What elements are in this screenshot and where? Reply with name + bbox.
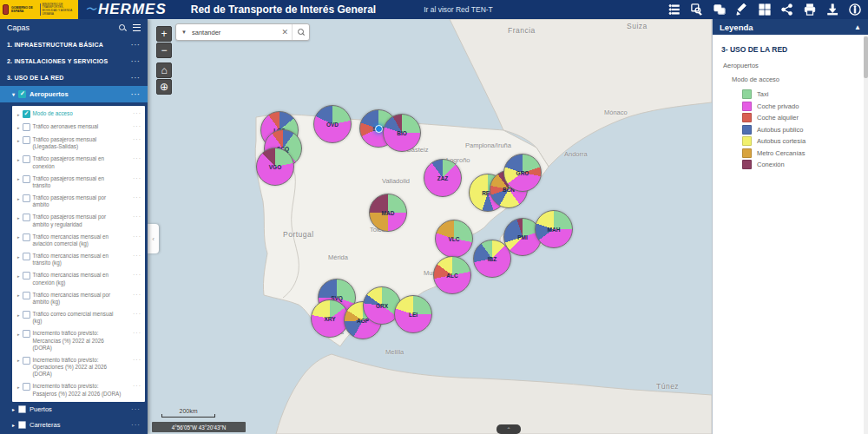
attribution-toggle[interactable]: ⌃	[496, 424, 521, 434]
basemaps-icon[interactable]	[758, 3, 771, 16]
layer-item[interactable]: ▸Tráfico pasajeros mensual por ámbito y …	[12, 211, 145, 230]
layer-item[interactable]: ▸Modo de acceso···	[12, 108, 145, 121]
layer-menu-icon[interactable]: ···	[133, 110, 141, 116]
layer-item[interactable]: ▸Tráfico mercancías mensual en conexión …	[12, 269, 145, 288]
group-checkbox[interactable]	[18, 405, 26, 413]
search-input[interactable]	[192, 29, 278, 36]
expand-arrow-icon[interactable]: ▸	[17, 176, 20, 181]
identify-icon[interactable]	[690, 3, 703, 16]
expand-arrow-icon[interactable]: ▸	[17, 254, 20, 260]
layer-menu-icon[interactable]: ···	[133, 214, 141, 220]
legend-scrollbar-thumb[interactable]	[864, 36, 868, 78]
pie-BIO[interactable]: BIO	[383, 114, 421, 152]
layer-item[interactable]: ▸Tráfico mercancías mensual en tránsito …	[12, 250, 145, 269]
layer-checkbox[interactable]	[23, 214, 30, 221]
layer-checkbox[interactable]	[23, 194, 30, 202]
layer-checkbox[interactable]	[23, 357, 30, 365]
layer-checkbox[interactable]	[23, 136, 30, 144]
layer-menu-icon[interactable]: ···	[133, 155, 141, 161]
layer-item[interactable]: ▸Incremento tráfico previsto: Operacione…	[12, 354, 145, 381]
pie-MAH[interactable]: MAH	[535, 210, 573, 248]
locate-button[interactable]: ⊕	[156, 79, 172, 95]
section-menu-icon[interactable]: ···	[131, 57, 141, 65]
gallery-icon[interactable]	[713, 3, 726, 16]
sidebar-section-1[interactable]: 1. INFRAESTRUCTURA BÁSICA···	[0, 36, 148, 53]
pie-GRO[interactable]: GRO	[503, 154, 542, 192]
group-menu-icon[interactable]: ···	[131, 405, 141, 413]
sidebar-group-puertos[interactable]: ▸Puertos···	[0, 402, 148, 418]
group-menu-icon[interactable]: ···	[131, 90, 141, 98]
layer-menu-icon[interactable]: ···	[133, 123, 141, 129]
layer-item[interactable]: ▸Tráfico mercancías mensual en aviación …	[12, 231, 145, 250]
layer-menu-icon[interactable]: ···	[133, 233, 141, 240]
share-icon[interactable]	[780, 3, 793, 16]
collapse-up-icon[interactable]: ▲	[854, 23, 861, 31]
layer-checkbox[interactable]	[23, 383, 30, 391]
layer-item[interactable]: ▸Tráfico pasajeros mensual por ámbito···	[12, 192, 145, 211]
pie-VGO[interactable]: VGO	[256, 148, 294, 186]
pie-MAD[interactable]: MAD	[369, 194, 407, 232]
layer-menu-icon[interactable]: ···	[133, 194, 141, 201]
caret-right-icon[interactable]: ▸	[12, 422, 15, 428]
layer-checkbox[interactable]	[23, 330, 30, 338]
layer-item[interactable]: ▸Tráfico pasajeros mensual en tránsito··…	[12, 173, 145, 192]
layer-item[interactable]: ▸Tráfico pasajeros mensual en conexión··…	[12, 153, 145, 172]
zoom-out-button[interactable]: −	[156, 43, 172, 58]
expand-arrow-icon[interactable]: ▸	[17, 332, 20, 337]
legend-header[interactable]: Leyenda ▲	[713, 19, 868, 35]
layer-item[interactable]: ▸Incremento tráfico previsto: Pasajeros …	[12, 380, 145, 399]
layer-checkbox[interactable]	[23, 272, 30, 279]
pie-OVD[interactable]: OVD	[313, 105, 352, 143]
layer-item[interactable]: ▸Tráfico pasajeros mensual (Llegadas-Sal…	[12, 134, 145, 153]
layer-menu-icon[interactable]: ···	[133, 383, 141, 389]
clear-search-icon[interactable]: ✕	[278, 28, 292, 36]
layer-checkbox[interactable]	[23, 292, 30, 299]
caret-right-icon[interactable]: ▸	[12, 406, 15, 412]
expand-arrow-icon[interactable]: ▸	[17, 312, 20, 318]
sidebar-group-aeropuertos[interactable]: ▾ Aeropuertos ···	[0, 86, 148, 102]
expand-arrow-icon[interactable]: ▸	[17, 157, 20, 162]
section-menu-icon[interactable]: ···	[131, 41, 141, 49]
expand-arrow-icon[interactable]: ▸	[17, 196, 20, 201]
layer-menu-icon[interactable]: ···	[133, 292, 141, 298]
search-source-dropdown[interactable]: ▼	[176, 30, 192, 35]
sidebar-section-3[interactable]: 3. USO DE LA RED···	[0, 69, 148, 86]
layer-menu-icon[interactable]: ···	[133, 357, 141, 363]
expand-arrow-icon[interactable]: ▸	[17, 112, 20, 117]
section-menu-icon[interactable]: ···	[131, 74, 141, 82]
layer-menu-icon[interactable]: ···	[133, 330, 141, 336]
layer-item[interactable]: ▸Tráfico correo comercial mensual (kg)··…	[12, 308, 145, 327]
print-icon[interactable]	[803, 3, 816, 16]
filter-icon[interactable]	[133, 24, 141, 31]
expand-arrow-icon[interactable]: ▸	[17, 125, 20, 130]
expand-arrow-icon[interactable]: ▸	[17, 234, 20, 240]
ten-t-viewer-link[interactable]: Ir al visor Red TEN-T	[424, 5, 493, 14]
layer-checkbox[interactable]	[23, 110, 30, 118]
layer-checkbox[interactable]	[23, 253, 30, 260]
search-submit-button[interactable]	[292, 24, 309, 40]
map-canvas[interactable]: FranciaSuizaMónacoAndorraPamplona/IruñaG…	[148, 19, 712, 434]
search-icon[interactable]	[119, 24, 126, 31]
sidebar-collapse-handle[interactable]: ‹	[148, 224, 159, 253]
caret-down-icon[interactable]: ▾	[12, 91, 15, 97]
sidebar-group-carreteras[interactable]: ▸Carreteras···	[0, 418, 148, 433]
sidebar-section-2[interactable]: 2. INSTALACIONES Y SERVICIOS···	[0, 53, 148, 69]
layer-menu-icon[interactable]: ···	[133, 311, 141, 317]
zoom-in-button[interactable]: +	[156, 26, 172, 42]
download-icon[interactable]	[825, 3, 838, 16]
group-checkbox[interactable]	[18, 421, 26, 429]
expand-arrow-icon[interactable]: ▸	[17, 358, 20, 363]
info-icon[interactable]	[848, 3, 861, 16]
layer-checkbox[interactable]	[23, 155, 30, 163]
toc-icon[interactable]	[667, 3, 681, 16]
layer-checkbox[interactable]	[23, 123, 30, 131]
pie-ALC[interactable]: ALC	[433, 256, 471, 294]
group-menu-icon[interactable]: ···	[131, 421, 141, 429]
pie-LEI[interactable]: LEI	[394, 295, 432, 333]
layer-menu-icon[interactable]: ···	[133, 272, 141, 278]
pie-ZAZ[interactable]: ZAZ	[424, 159, 462, 197]
expand-arrow-icon[interactable]: ▸	[17, 273, 20, 279]
draw-icon[interactable]	[735, 3, 748, 16]
layer-menu-icon[interactable]: ···	[133, 136, 141, 142]
layer-menu-icon[interactable]: ···	[133, 175, 141, 181]
